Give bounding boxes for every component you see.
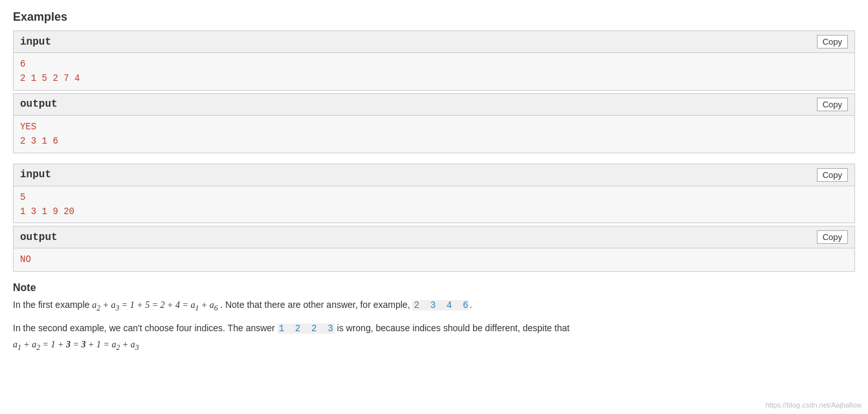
input-line-2-2: 1 3 1 9 20 (20, 204, 848, 219)
copy-output-2-button[interactable]: Copy (817, 230, 848, 244)
note-title: Note (13, 282, 855, 294)
math-expr-2: a1 + a2 = 1 + 3 = 3 + 1 = a2 + a3 (13, 340, 139, 349)
copy-input-1-button[interactable]: Copy (817, 35, 848, 49)
output-block-2: output Copy NO (13, 226, 855, 271)
output-label-2: output (20, 232, 58, 243)
copy-input-2-button[interactable]: Copy (817, 168, 848, 182)
output-header-1: output Copy (14, 94, 854, 116)
note-paragraph-1: In the first example a2 + a3 = 1 + 5 = 2… (13, 298, 855, 315)
input-body-1: 6 2 1 5 2 7 4 (14, 53, 854, 90)
output-body-2: NO (14, 248, 854, 270)
input-line-1-2: 2 1 5 2 7 4 (20, 71, 848, 85)
input-header-2: input Copy (14, 164, 854, 186)
input-line-2-1: 5 (20, 190, 848, 204)
note-section: Note In the first example a2 + a3 = 1 + … (13, 282, 855, 354)
input-label-1: input (20, 36, 51, 48)
section-title: Examples (13, 10, 855, 24)
note-paragraph-2: In the second example, we can't choose f… (13, 321, 855, 354)
example-group-1: input Copy 6 2 1 5 2 7 4 output Copy YES… (13, 30, 855, 153)
input-block-2: input Copy 5 1 3 1 9 20 (13, 164, 855, 224)
output-body-1: YES 2 3 1 6 (14, 116, 854, 153)
output-line-2-1: NO (20, 252, 848, 267)
input-block-1: input Copy 6 2 1 5 2 7 4 (13, 30, 855, 91)
output-line-1-1: YES (20, 120, 848, 134)
input-body-2: 5 1 3 1 9 20 (14, 186, 854, 223)
input-header-1: input Copy (14, 31, 854, 53)
input-label-2: input (20, 169, 51, 180)
wrong-answer-code: 1 2 2 3 (278, 323, 335, 334)
output-line-1-2: 2 3 1 6 (20, 134, 848, 148)
example-group-2: input Copy 5 1 3 1 9 20 output Copy NO (13, 164, 855, 272)
copy-output-1-button[interactable]: Copy (817, 98, 848, 111)
output-label-1: output (20, 98, 58, 110)
output-block-1: output Copy YES 2 3 1 6 (13, 93, 855, 153)
alt-answer-code: 2 3 4 6 (412, 300, 469, 310)
output-header-2: output Copy (14, 226, 854, 248)
input-line-1-1: 6 (20, 57, 848, 71)
page-wrapper: Examples input Copy 6 2 1 5 2 7 4 output… (13, 10, 855, 354)
math-expr-1: a2 + a3 = 1 + 5 = 2 + 4 = a1 + a6 (92, 300, 220, 310)
